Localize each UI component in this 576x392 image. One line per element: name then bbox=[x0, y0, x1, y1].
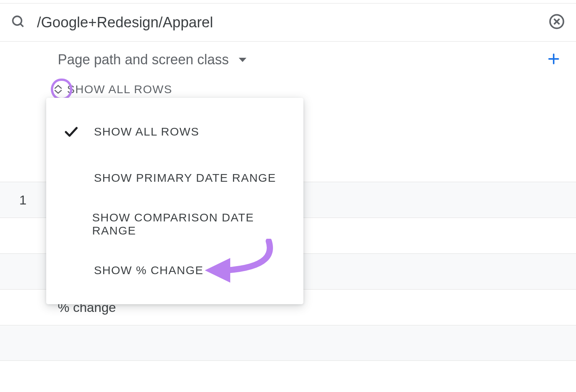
dropdown-label: SHOW COMPARISON DATE RANGE bbox=[92, 211, 290, 237]
dropdown-item-show-comparison-date-range[interactable]: SHOW COMPARISON DATE RANGE bbox=[46, 201, 303, 247]
search-bar bbox=[0, 3, 576, 42]
table-row[interactable] bbox=[0, 325, 576, 361]
dropdown-label: SHOW % CHANGE bbox=[94, 264, 204, 277]
dropdown-label: SHOW PRIMARY DATE RANGE bbox=[94, 171, 276, 184]
row-index: 1 bbox=[19, 193, 27, 208]
dropdown-item-show-primary-date-range[interactable]: SHOW PRIMARY DATE RANGE bbox=[46, 155, 303, 201]
dimension-selector[interactable]: Page path and screen class bbox=[58, 52, 246, 68]
add-dimension-button[interactable] bbox=[547, 52, 561, 67]
search-input[interactable] bbox=[37, 14, 548, 31]
check-icon bbox=[63, 124, 94, 140]
dropdown-item-show-all-rows[interactable]: SHOW ALL ROWS bbox=[46, 109, 303, 155]
row-display-label: SHOW ALL ROWS bbox=[67, 83, 172, 96]
clear-search-button[interactable] bbox=[548, 13, 565, 32]
body-area: SHOW ALL ROWS SHOW PRIMARY DATE RANGE SH… bbox=[0, 101, 576, 361]
column-header-row: SHOW ALL ROWS bbox=[0, 78, 576, 101]
dimension-label: Page path and screen class bbox=[58, 52, 229, 68]
dropdown-label: SHOW ALL ROWS bbox=[94, 125, 199, 138]
row-display-dropdown: SHOW ALL ROWS SHOW PRIMARY DATE RANGE SH… bbox=[46, 98, 303, 304]
chevron-down-icon bbox=[239, 58, 246, 62]
svg-point-0 bbox=[13, 16, 22, 25]
search-icon bbox=[11, 14, 25, 30]
svg-line-1 bbox=[20, 24, 23, 27]
dimension-row: Page path and screen class bbox=[0, 42, 576, 78]
dropdown-item-show-pct-change[interactable]: SHOW % CHANGE bbox=[46, 247, 303, 293]
row-display-stepper[interactable] bbox=[51, 85, 65, 94]
